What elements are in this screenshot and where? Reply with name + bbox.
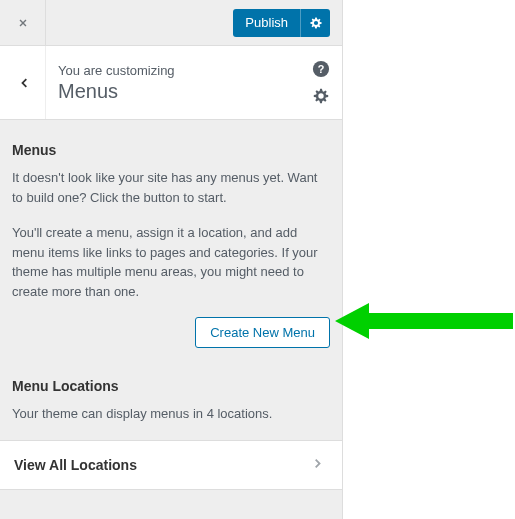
panel-content: Menus It doesn't look like your site has… [0,120,342,502]
settings-button[interactable] [311,86,331,106]
help-button[interactable]: ? [311,59,331,79]
menu-locations-heading: Menu Locations [12,378,330,394]
menus-details-text: You'll create a menu, assign it a locati… [12,223,330,301]
menus-intro-text: It doesn't look like your site has any m… [12,168,330,207]
annotation-arrow [335,299,515,359]
create-new-menu-button[interactable]: Create New Menu [195,317,330,348]
view-all-locations-label: View All Locations [14,457,137,473]
help-icon: ? [312,60,330,78]
menus-heading: Menus [12,142,330,158]
publish-settings-button[interactable] [300,9,330,37]
customizing-label: You are customizing [58,63,288,78]
panel-header: You are customizing Menus ? [0,46,342,120]
close-icon [16,16,30,30]
customizer-panel: Publish You are customizing Menus ? Menu… [0,0,343,519]
header-text: You are customizing Menus [46,46,300,119]
chevron-right-icon [310,454,328,475]
back-button[interactable] [0,46,46,119]
page-title: Menus [58,80,288,103]
gear-icon [309,16,323,30]
top-bar: Publish [0,0,342,46]
publish-button[interactable]: Publish [233,9,300,37]
close-button[interactable] [0,0,46,45]
publish-group: Publish [233,0,342,45]
menu-locations-description: Your theme can display menus in 4 locati… [12,404,330,424]
view-all-locations-row[interactable]: View All Locations [0,440,342,490]
svg-text:?: ? [318,63,325,75]
svg-marker-2 [335,303,513,339]
gear-icon [312,87,330,105]
chevron-left-icon [14,74,32,92]
